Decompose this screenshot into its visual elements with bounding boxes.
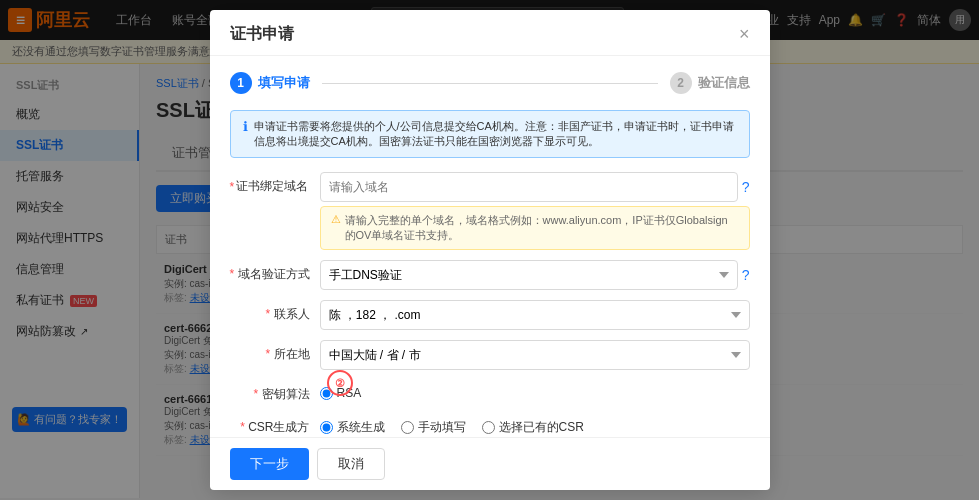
algorithm-radio-group: RSA ②: [320, 380, 750, 400]
form-control-domain: ? ⚠ 请输入完整的单个域名，域名格式例如：www.aliyun.com，IP证…: [320, 172, 750, 250]
validation-help-icon[interactable]: ?: [742, 267, 750, 283]
modal-dialog: 证书申请 × 1 填写申请 2 验证信息 ℹ 申请证书需要将您提供的个人/公司信…: [210, 10, 770, 490]
radio-existing[interactable]: 选择已有的CSR: [482, 419, 584, 436]
contact-select[interactable]: 陈 ，182 ， .com: [320, 300, 750, 330]
form-row-csr: CSR生成方式 系统生成 手动填写 选择已有的CSR: [230, 413, 750, 437]
radio-auto-input[interactable]: [320, 421, 333, 434]
annotation-2-wrap: RSA ②: [320, 386, 362, 400]
form-control-csr: 系统生成 手动填写 选择已有的CSR ℹ 为保障您的证书顺利申请，建议您使用默认…: [320, 413, 750, 437]
annotation-circle-2: ②: [327, 370, 353, 396]
radio-auto[interactable]: 系统生成: [320, 419, 385, 436]
form-label-domain: 证书绑定域名: [230, 172, 320, 195]
modal-overlay[interactable]: 证书申请 × 1 填写申请 2 验证信息 ℹ 申请证书需要将您提供的个人/公司信…: [0, 0, 979, 498]
modal-footer: 下一步 取消: [210, 437, 770, 490]
modal-title: 证书申请: [230, 24, 294, 45]
form-label-csr: CSR生成方式: [230, 413, 320, 437]
domain-help-icon[interactable]: ?: [742, 179, 750, 195]
domain-input[interactable]: [320, 172, 738, 202]
step-1-label: 填写申请: [258, 74, 310, 92]
step-1-circle: 1: [230, 72, 252, 94]
form-row-domain: 证书绑定域名 ? ⚠ 请输入完整的单个域名，域名格式例如：www.aliyun.…: [230, 172, 750, 250]
hint-text: 请输入完整的单个域名，域名格式例如：www.aliyun.com，IP证书仅Gl…: [345, 213, 739, 243]
step-2-circle: 2: [670, 72, 692, 94]
form-label-algorithm: 密钥算法: [230, 380, 320, 403]
form-control-validation: 手工DNS验证 文件验证 DNS自动验证 ?: [320, 260, 750, 290]
info-box: ℹ 申请证书需要将您提供的个人/公司信息提交给CA机构。注意：非国产证书，申请证…: [230, 110, 750, 158]
radio-existing-input[interactable]: [482, 421, 495, 434]
form-label-validation: 域名验证方式: [230, 260, 320, 283]
next-button[interactable]: 下一步: [230, 448, 309, 480]
step-1: 1 填写申请: [230, 72, 310, 94]
modal-header: 证书申请 ×: [210, 10, 770, 56]
info-icon: ℹ: [243, 119, 248, 149]
location-select[interactable]: 中国大陆 / 省 / 市: [320, 340, 750, 370]
form-label-contact: 联系人: [230, 300, 320, 323]
step-divider: [322, 83, 658, 84]
steps-indicator: 1 填写申请 2 验证信息: [230, 72, 750, 94]
form-row-validation: 域名验证方式 手工DNS验证 文件验证 DNS自动验证 ?: [230, 260, 750, 290]
radio-manual-input[interactable]: [401, 421, 414, 434]
cancel-button[interactable]: 取消: [317, 448, 385, 480]
form-control-algorithm: RSA ②: [320, 380, 750, 400]
form-control-location: 中国大陆 / 省 / 市: [320, 340, 750, 370]
csr-radio-group: 系统生成 手动填写 选择已有的CSR: [320, 413, 750, 436]
form-row-contact: 联系人 陈 ，182 ， .com: [230, 300, 750, 330]
close-button[interactable]: ×: [739, 24, 750, 45]
step-2: 2 验证信息: [670, 72, 750, 94]
step-2-label: 验证信息: [698, 74, 750, 92]
domain-hint: ⚠ 请输入完整的单个域名，域名格式例如：www.aliyun.com，IP证书仅…: [320, 206, 750, 250]
info-text: 申请证书需要将您提供的个人/公司信息提交给CA机构。注意：非国产证书，申请证书时…: [254, 119, 737, 149]
hint-icon: ⚠: [331, 213, 341, 243]
radio-manual[interactable]: 手动填写: [401, 419, 466, 436]
validation-select[interactable]: 手工DNS验证 文件验证 DNS自动验证: [320, 260, 738, 290]
form-row-location: 所在地 中国大陆 / 省 / 市: [230, 340, 750, 370]
modal-body: 1 填写申请 2 验证信息 ℹ 申请证书需要将您提供的个人/公司信息提交给CA机…: [210, 56, 770, 437]
form-label-location: 所在地: [230, 340, 320, 363]
form-control-contact: 陈 ，182 ， .com: [320, 300, 750, 330]
form-row-algorithm: 密钥算法 RSA ②: [230, 380, 750, 403]
